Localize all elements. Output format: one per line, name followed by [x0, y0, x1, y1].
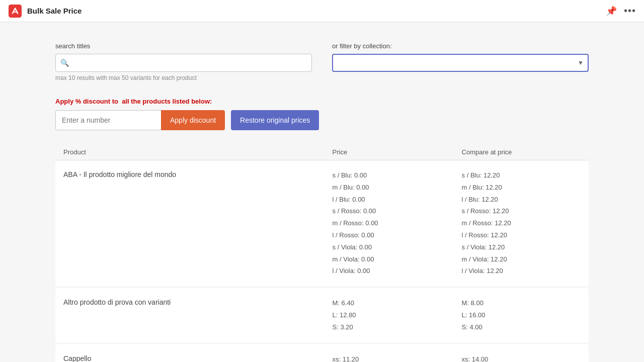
search-input-wrapper: 🔍 [55, 54, 312, 72]
restore-prices-button[interactable]: Restore original prices [231, 110, 319, 130]
variant-price: m / Rosso: 0.00 [333, 218, 462, 229]
variant-compare-price: m / Rosso: 12.20 [462, 218, 581, 229]
variant-price: m / Viola: 0.00 [333, 254, 462, 265]
variant-compare-price: s / Blu: 12.20 [462, 170, 581, 181]
col-header-price: Price [333, 148, 462, 156]
variant-price: s / Blu: 0.00 [333, 170, 462, 181]
variant-price: s / Viola: 0.00 [333, 242, 462, 253]
collection-select-wrapper: ▼ [332, 54, 589, 72]
discount-label-highlight: all the products listed below: [122, 98, 212, 105]
table-row: Altro prodotto di prova con variantiM: 6… [55, 288, 589, 343]
product-name: Cappello [63, 353, 91, 362]
variant-compare-price: l / Rosso: 12.20 [462, 230, 581, 241]
filter-label: or filter by collection: [332, 42, 589, 50]
discount-controls: Apply discount Restore original prices [55, 110, 589, 130]
variant-price: l / Rosso: 0.00 [333, 230, 462, 241]
table-row: Cappelloxs: 11.20s: 11.20xs: 14.00s: 14.… [55, 344, 589, 362]
collection-select[interactable] [332, 54, 589, 72]
variant-compare-price: s / Viola: 12.20 [462, 242, 581, 253]
discount-label-prefix: Apply % discount to [55, 98, 118, 105]
search-section: search titles 🔍 max 10 results with max … [55, 42, 312, 81]
app-title: Bulk Sale Price [27, 7, 82, 15]
table-header: Product Price Compare at price [55, 144, 589, 160]
more-options-icon[interactable]: ••• [624, 5, 636, 17]
variant-compare-price: m / Viola: 12.20 [462, 254, 581, 265]
variant-price: m / Blu: 0.00 [333, 183, 462, 193]
variant-price: l / Viola: 0.00 [333, 266, 462, 277]
discount-label: Apply % discount to all the products lis… [55, 98, 589, 105]
product-name: ABA - Il prodotto migliore del mondo [63, 169, 176, 178]
variant-price: L: 12.80 [333, 310, 462, 321]
variant-compare-price: l / Blu: 12.20 [462, 195, 581, 205]
variant-compare-price: s / Rosso: 12.20 [462, 206, 581, 217]
product-name: Altro prodotto di prova con varianti [63, 297, 171, 306]
table-row: ABA - Il prodotto migliore del mondos / … [55, 160, 589, 287]
col-header-product: Product [63, 148, 333, 156]
variant-price: S: 3.20 [333, 322, 462, 333]
variant-compare-price: S: 4.00 [462, 322, 581, 333]
variant-compare-price: m / Blu: 12.20 [462, 183, 581, 193]
svg-rect-0 [9, 5, 22, 18]
app-logo-icon [8, 4, 22, 18]
topbar-left: Bulk Sale Price [8, 4, 82, 18]
variant-compare-price: l / Viola: 12.20 [462, 266, 581, 277]
pin-icon[interactable]: 📌 [606, 6, 617, 17]
topbar: Bulk Sale Price 📌 ••• [0, 0, 644, 22]
col-header-compare: Compare at price [462, 148, 581, 156]
variant-compare-price: M: 8.00 [462, 298, 581, 309]
variant-price: s / Rosso: 0.00 [333, 206, 462, 217]
variant-price: xs: 11.20 [333, 354, 462, 362]
variant-compare-price: L: 16.00 [462, 310, 581, 321]
variant-compare-price: xs: 14.00 [462, 354, 581, 362]
search-hint: max 10 results with max 50 variants for … [55, 74, 312, 81]
search-label: search titles [55, 42, 312, 50]
discount-input[interactable] [55, 110, 161, 130]
discount-section: Apply % discount to all the products lis… [55, 98, 589, 130]
variant-price: M: 6.40 [333, 298, 462, 309]
topbar-right: 📌 ••• [606, 5, 636, 17]
apply-discount-button[interactable]: Apply discount [161, 110, 225, 130]
search-icon: 🔍 [60, 59, 69, 67]
main-content: search titles 🔍 max 10 results with max … [25, 22, 619, 362]
variant-price: l / Blu: 0.00 [333, 195, 462, 205]
table-body: ABA - Il prodotto migliore del mondos / … [55, 160, 589, 362]
search-filter-row: search titles 🔍 max 10 results with max … [55, 42, 589, 81]
search-input[interactable] [55, 54, 312, 72]
filter-section: or filter by collection: ▼ [332, 42, 589, 72]
